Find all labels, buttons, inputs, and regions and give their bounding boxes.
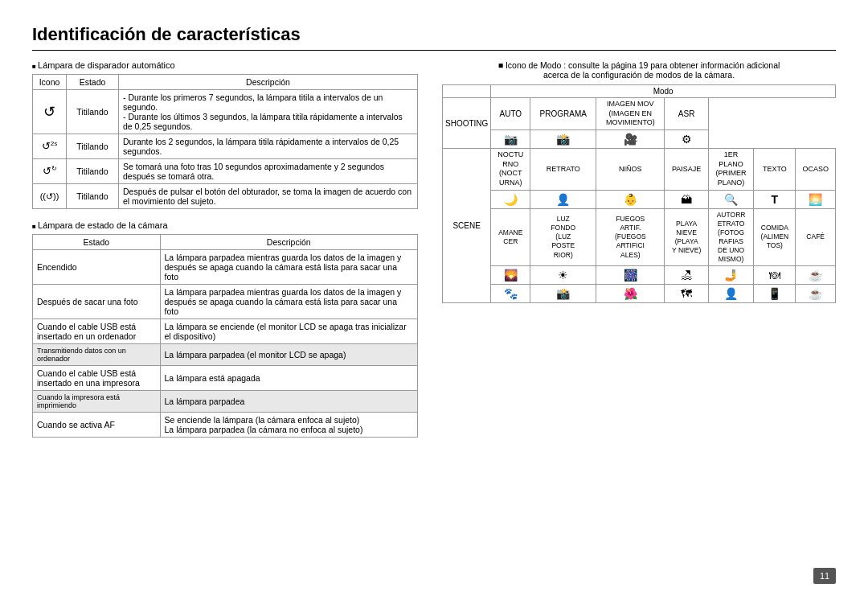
scene3-icon2: 📸: [530, 285, 596, 303]
desc-cell: Se enciende la lámpara (la cámara enfoca…: [160, 413, 417, 438]
status-cell: Titilando: [67, 134, 119, 159]
cafe-header: CAFÉ: [796, 208, 836, 265]
col-descripcion2: Descripción: [160, 235, 417, 250]
lamp2-table: Estado Descripción Encendido La lámpara …: [32, 234, 418, 438]
status-cell: Encendido: [33, 250, 161, 285]
page-title: Identificación de características: [32, 24, 836, 51]
retrato-icon: 👤: [530, 190, 596, 208]
status-cell: Cuando el cable USB está insertado en un…: [33, 366, 161, 391]
col-estado: Estado: [67, 75, 119, 90]
empty-header: [443, 85, 491, 98]
autorretrato-icon: 🤳: [708, 266, 753, 285]
left-column: Lámpara de disparador automático Icono E…: [32, 60, 418, 438]
col-estado2: Estado: [33, 235, 161, 250]
scene3-icon1: 🐾: [491, 285, 530, 303]
desc-cell: Durante los 2 segundos, la lámpara titil…: [119, 134, 418, 159]
table-row: Después de sacar una foto La lámpara par…: [33, 285, 418, 319]
table-row: Cuando el cable USB está insertado en un…: [33, 366, 418, 391]
status-cell: Titilando: [67, 90, 119, 134]
paisaje-header: PAISAJE: [665, 149, 708, 191]
scene-icons-row: 🌙 👤 👶 🏔 🔍 T 🌅: [443, 190, 836, 208]
programa-header: PROGRAMA: [530, 98, 596, 130]
mode-table: Modo SHOOTING AUTO PROGRAMA IMAGEN MOV(I…: [442, 84, 836, 303]
scene3-icon7: ☕: [796, 285, 836, 303]
playa-icon: 🏖: [665, 266, 708, 285]
scene2-icons-row: 🌄 ☀ 🎆 🏖 🤳 🍽 ☕: [443, 266, 836, 285]
auto-icon: 📷: [491, 130, 530, 149]
table-row: Cuando el cable USB está insertado en un…: [33, 319, 418, 344]
asr-header: ASR: [665, 98, 708, 130]
auto-header: AUTO: [491, 98, 530, 130]
desc-cell: La lámpara está apagada: [160, 366, 417, 391]
luz-fondo-icon: ☀: [530, 266, 596, 285]
table-row: Cuando se activa AF Se enciende la lámpa…: [33, 413, 418, 438]
right-column: ■ Icono de Modo : consulte la página 19 …: [442, 60, 836, 438]
status-cell: Cuando se activa AF: [33, 413, 161, 438]
scene-cols-row: SCENE NOCTURNO(NOCTURNA) RETRATO NIÑOS P…: [443, 149, 836, 191]
scene3-icons-row: 🐾 📸 🌺 🗺 👤 📱 ☕: [443, 285, 836, 303]
lamp2-title: Lámpara de estado de la cámara: [32, 220, 418, 230]
col-icono: Icono: [33, 75, 67, 90]
table-row: Transmitiendo datos con un ordenador La …: [33, 344, 418, 366]
table-row: Encendido La lámpara parpadea mientras g…: [33, 250, 418, 285]
desc-cell: - Durante los primeros 7 segundos, la lá…: [119, 90, 418, 134]
status-cell: Cuando la impresora está imprimiendo: [33, 391, 161, 413]
status-cell: Titilando: [67, 159, 119, 184]
comida-icon: 🍽: [754, 266, 796, 285]
page-number: 11: [813, 568, 836, 584]
shooting-header: SHOOTING: [443, 98, 491, 149]
scene3-icon3: 🌺: [596, 285, 665, 303]
icon-cell: ↺2s: [33, 134, 67, 159]
lamp1-table: Icono Estado Descripción ↺ Titilando - D…: [32, 74, 418, 209]
scene3-icon5: 👤: [708, 285, 753, 303]
amanecer-icon: 🌄: [491, 266, 530, 285]
desc-cell: Se tomará una foto tras 10 segundos apro…: [119, 159, 418, 184]
ninos-header: NIÑOS: [596, 149, 665, 191]
scene3-icon6: 📱: [754, 285, 796, 303]
texto-header: TEXTO: [754, 149, 796, 191]
programa-icon: 📸: [530, 130, 596, 149]
table-row: Cuando la impresora está imprimiendo La …: [33, 391, 418, 413]
desc-cell: La lámpara parpadea (el monitor LCD se a…: [160, 344, 417, 366]
1er-plano-icon: 🔍: [708, 190, 753, 208]
ocaso-icon: 🌅: [796, 190, 836, 208]
scene3-icon4: 🗺: [665, 285, 708, 303]
nocturno-header: NOCTURNO(NOCTURNA): [491, 149, 530, 191]
mode-note: ■ Icono de Modo : consulte la página 19 …: [442, 60, 836, 80]
nocturno-icon: 🌙: [491, 190, 530, 208]
table-row: ↺2s Titilando Durante los 2 segundos, la…: [33, 134, 418, 159]
scene2-cols-row: AMANECER LUZFONDO(LUZPOSTERIOR) FUEGOSAR…: [443, 208, 836, 265]
ocaso-header: OCASO: [796, 149, 836, 191]
amanecer-header: AMANECER: [491, 208, 530, 265]
asr-icon: ⚙: [665, 130, 708, 149]
1er-plano-header: 1ERPLANO(PRIMERPLANO): [708, 149, 753, 191]
fuegos-header: FUEGOSARTIF.(FUEGOSARTIFICIALES): [596, 208, 665, 265]
scene-header: SCENE: [443, 149, 491, 303]
playa-header: PLAYANIEVE(PLAYAY NIEVE): [665, 208, 708, 265]
imagen-mov-icon: 🎥: [596, 130, 665, 149]
table-row: ↺ Titilando - Durante los primeros 7 seg…: [33, 90, 418, 134]
fuegos-icon: 🎆: [596, 266, 665, 285]
cafe-icon: ☕: [796, 266, 836, 285]
autorretrato-header: AUTORRETRATO(FOTOGRAFIASDE UNOMISMO): [708, 208, 753, 265]
paisaje-icon: 🏔: [665, 190, 708, 208]
retrato-header: RETRATO: [530, 149, 596, 191]
lamp1-title: Lámpara de disparador automático: [32, 60, 418, 70]
icon-cell: ↺↻: [33, 159, 67, 184]
luz-fondo-header: LUZFONDO(LUZPOSTERIOR): [530, 208, 596, 265]
status-cell: Después de sacar una foto: [33, 285, 161, 319]
ninos-icon: 👶: [596, 190, 665, 208]
icon-cell: ((↺)): [33, 184, 67, 209]
texto-icon: T: [754, 190, 796, 208]
desc-cell: Después de pulsar el botón del obturador…: [119, 184, 418, 209]
table-row: ((↺)) Titilando Después de pulsar el bot…: [33, 184, 418, 209]
icon-cell: ↺: [33, 90, 67, 134]
comida-header: COMIDA(ALIMENTOS): [754, 208, 796, 265]
imagen-mov-header: IMAGEN MOV(IMAGEN ENMOVIMIENTO): [596, 98, 665, 130]
modo-header: Modo: [491, 85, 836, 98]
desc-cell: La lámpara se enciende (el monitor LCD s…: [160, 319, 417, 344]
status-cell: Titilando: [67, 184, 119, 209]
table-row: ↺↻ Titilando Se tomará una foto tras 10 …: [33, 159, 418, 184]
desc-cell: La lámpara parpadea mientras guarda los …: [160, 250, 417, 285]
desc-cell: La lámpara parpadea mientras guarda los …: [160, 285, 417, 319]
